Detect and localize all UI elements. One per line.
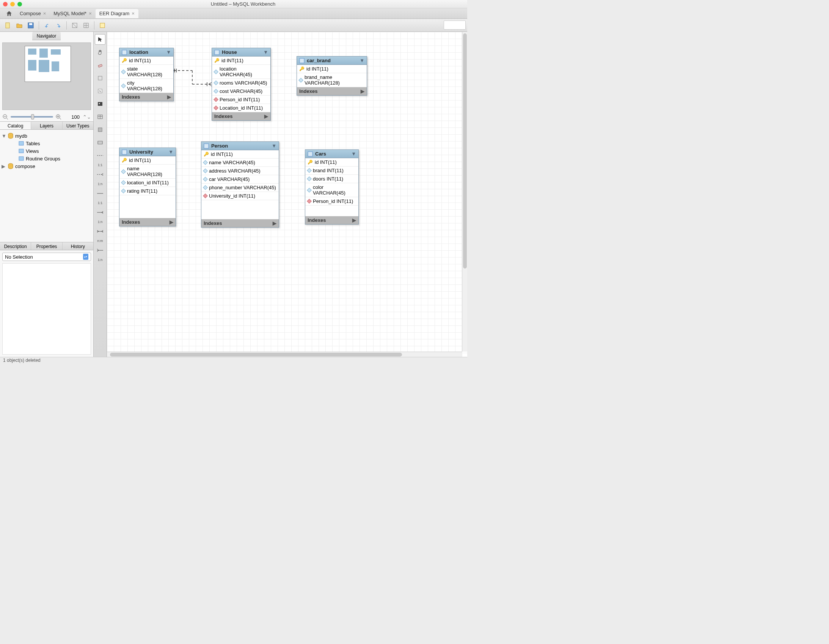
indexes-label: Indexes <box>299 88 317 94</box>
open-file-button[interactable] <box>14 21 24 30</box>
sidebar-tab-description[interactable]: Description <box>0 242 31 250</box>
tab-label: MySQL Model* <box>54 11 87 16</box>
pk-icon: 🔑 <box>204 152 209 157</box>
home-tab[interactable] <box>2 9 16 18</box>
entity-university[interactable]: University▼ 🔑id INT(11) name VARCHAR(128… <box>119 148 176 226</box>
chevron-down-icon[interactable]: ▼ <box>351 151 356 157</box>
svg-line-13 <box>60 118 61 120</box>
close-icon[interactable]: × <box>89 11 92 16</box>
rel-1-1-id-tool[interactable] <box>95 188 106 199</box>
rel-1-n-id-tool[interactable] <box>95 207 106 218</box>
navigator-preview[interactable] <box>2 43 91 110</box>
minimize-window-button[interactable] <box>10 2 15 6</box>
svg-rect-68 <box>122 50 127 55</box>
column-icon <box>307 168 312 173</box>
save-button[interactable] <box>26 21 36 30</box>
routine-tool[interactable] <box>95 137 106 148</box>
close-icon[interactable]: × <box>43 11 46 16</box>
grid-off-icon <box>71 22 78 29</box>
chevron-down-icon[interactable]: ▼ <box>169 149 173 155</box>
zoom-slider[interactable] <box>11 116 53 118</box>
zoom-out-icon[interactable] <box>2 114 8 120</box>
rel-1-n-nonid-tool[interactable] <box>95 169 106 180</box>
eraser-tool[interactable] <box>95 60 106 71</box>
entity-person[interactable]: Person▼ 🔑id INT(11) name VARCHAR(45) add… <box>201 142 279 227</box>
maximize-window-button[interactable] <box>17 2 22 6</box>
image-tool[interactable] <box>95 99 106 109</box>
redo-button[interactable] <box>54 21 63 30</box>
chevron-right-icon[interactable]: ▶ <box>273 220 276 226</box>
table-icon <box>307 152 313 157</box>
chevron-down-icon[interactable]: ▼ <box>263 49 268 55</box>
chevron-down-icon[interactable]: ▼ <box>359 58 364 63</box>
pointer-tool[interactable] <box>95 34 106 45</box>
status-bar: 1 object(s) deleted <box>0 357 467 363</box>
tree-db-mydb[interactable]: ▼ mydb <box>2 132 92 140</box>
entity-car-brand[interactable]: car_brand▼ 🔑id INT(11) brand_name VARCHA… <box>296 56 367 96</box>
tree-views[interactable]: Views <box>2 147 92 155</box>
tree-tables[interactable]: Tables <box>2 140 92 147</box>
hand-tool[interactable] <box>95 47 106 58</box>
column-label: color VARCHAR(45) <box>313 184 356 196</box>
description-text-area[interactable] <box>2 263 91 355</box>
toolbar-search-input[interactable] <box>444 21 466 30</box>
tab-label: Compose <box>20 11 41 16</box>
sidebar-tab-user-types[interactable]: User Types <box>63 122 93 129</box>
diagram-canvas[interactable]: location▼ 🔑id INT(11) state VARCHAR(128)… <box>107 32 467 357</box>
tree-db-compose[interactable]: ▶ compose <box>2 162 92 170</box>
note-icon <box>99 22 106 29</box>
new-file-button[interactable] <box>3 21 13 30</box>
catalog-tree: ▼ mydb Tables Views Routine Groups ▶ <box>0 130 93 242</box>
vertical-scrollbar[interactable] <box>462 32 467 352</box>
zoom-stepper[interactable]: ⌃⌄ <box>83 114 91 120</box>
disclosure-triangle-icon[interactable]: ▶ <box>2 163 6 169</box>
snap-toggle-button[interactable] <box>81 21 91 30</box>
sidebar-tab-history[interactable]: History <box>63 242 93 250</box>
rel-1-1-nonid-tool[interactable] <box>95 150 106 161</box>
chevron-down-icon[interactable]: ▼ <box>271 143 276 149</box>
chevron-right-icon[interactable]: ▶ <box>264 114 268 119</box>
table-tool[interactable] <box>95 112 106 122</box>
column-label: brand_name VARCHAR(128) <box>304 74 364 86</box>
chevron-down-icon[interactable]: ▼ <box>166 49 171 55</box>
svg-rect-71 <box>122 150 127 155</box>
close-icon[interactable]: × <box>132 11 135 16</box>
description-selector[interactable]: No Selection ▴▾ <box>2 253 91 261</box>
navigator-tab[interactable]: Navigator <box>32 32 61 40</box>
zoom-in-icon[interactable] <box>55 114 61 120</box>
tab-eer-diagram[interactable]: EER Diagram × <box>96 9 139 18</box>
table-icon <box>122 50 127 55</box>
chevron-right-icon[interactable]: ▶ <box>170 219 173 225</box>
column-label: University_id INT(11) <box>209 193 255 199</box>
document-tabs: Compose × MySQL Model* × EER Diagram × <box>0 8 467 19</box>
table-icon <box>204 144 209 149</box>
grid-toggle-button[interactable] <box>70 21 80 30</box>
entity-house[interactable]: House▼ 🔑id INT(11) location VARCHAR(45) … <box>211 48 271 121</box>
sidebar-tab-properties[interactable]: Properties <box>31 242 62 250</box>
rel-1-n-existing-tool[interactable] <box>95 245 106 256</box>
undo-button[interactable] <box>42 21 52 30</box>
svg-line-4 <box>72 23 77 28</box>
horizontal-scrollbar[interactable] <box>107 352 462 357</box>
tab-compose[interactable]: Compose × <box>16 9 50 18</box>
layer-tool[interactable] <box>95 73 106 84</box>
svg-text:N: N <box>99 90 101 93</box>
redo-icon <box>55 22 62 29</box>
chevron-right-icon[interactable]: ▶ <box>352 217 356 223</box>
new-note-button[interactable] <box>98 21 107 30</box>
close-window-button[interactable] <box>3 2 8 6</box>
view-tool[interactable] <box>95 125 106 135</box>
sidebar-tab-layers[interactable]: Layers <box>31 122 62 129</box>
note-tool[interactable]: N <box>95 86 106 96</box>
tab-mysql-model[interactable]: MySQL Model* × <box>50 9 96 18</box>
column-icon <box>203 185 208 190</box>
entity-cars[interactable]: Cars▼ 🔑id INT(11) brand INT(11) doors IN… <box>305 150 359 224</box>
rel-n-m-tool[interactable] <box>95 226 106 237</box>
disclosure-triangle-icon[interactable]: ▼ <box>2 133 6 139</box>
chevron-right-icon[interactable]: ▶ <box>361 88 364 94</box>
entity-location[interactable]: location▼ 🔑id INT(11) state VARCHAR(128)… <box>119 48 174 101</box>
chevron-right-icon[interactable]: ▶ <box>167 94 171 100</box>
sidebar-tab-catalog[interactable]: Catalog <box>0 122 31 129</box>
column-label: Person_id INT(11) <box>313 198 353 204</box>
tree-routine-groups[interactable]: Routine Groups <box>2 155 92 162</box>
